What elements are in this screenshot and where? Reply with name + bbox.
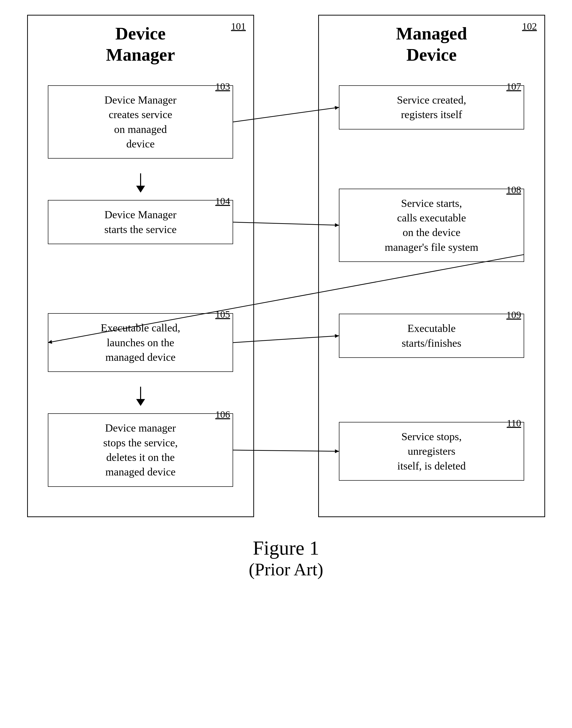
step-110-ref: 110 [507,417,521,430]
step-110: 110 Service stops,unregistersitself, is … [339,422,524,481]
step-108-wrapper: 108 Service starts,calls executableon th… [329,189,534,277]
step-103-ref: 103 [215,80,230,93]
left-column: 101 DeviceManager 103 Device Managercrea… [27,15,254,517]
step-103-wrapper: 103 Device Managercreates serviceon mana… [38,85,243,173]
figure-title: Figure 1 [27,537,545,559]
step-104: 104 Device Managerstarts the service [48,200,233,244]
step-109-ref: 109 [506,308,521,321]
columns-wrapper: 101 DeviceManager 103 Device Managercrea… [27,15,545,517]
step-103: 103 Device Managercreates serviceon mana… [48,85,233,159]
step-107-ref: 107 [506,80,521,93]
left-col-title: DeviceManager [106,23,175,66]
left-steps: 103 Device Managercreates serviceon mana… [38,78,243,502]
right-steps: 107 Service created,registers itself 108… [329,78,534,496]
gap-column [269,15,318,517]
step-105-ref: 105 [215,308,230,321]
step-110-wrapper: 110 Service stops,unregistersitself, is … [329,422,534,496]
step-109: 109 Executablestarts/finishes [339,314,524,358]
step-107: 107 Service created,registers itself [339,85,524,130]
step-109-wrapper: 109 Executablestarts/finishes [329,314,534,373]
right-column: 102 ManagedDevice 107 Service created,re… [318,15,545,517]
arrow-105-106-line [140,387,141,399]
right-col-ref: 102 [522,20,537,32]
step-106: 106 Device managerstops the service,dele… [48,413,233,487]
step-105: 105 Executable called,launches on theman… [48,313,233,372]
step-108-ref: 108 [506,183,521,197]
figure-caption: Figure 1 (Prior Art) [27,537,545,580]
step-105-wrapper: 105 Executable called,launches on theman… [38,313,243,387]
figure-subtitle: (Prior Art) [27,559,545,580]
step-108: 108 Service starts,calls executableon th… [339,189,524,262]
diagram: 101 DeviceManager 103 Device Managercrea… [27,15,545,580]
right-col-title: ManagedDevice [396,23,467,66]
arrow-103-104-line [140,173,141,186]
arrow-105-106-head [136,399,145,406]
step-106-ref: 106 [215,408,230,421]
step-104-wrapper: 104 Device Managerstarts the service [38,200,243,259]
step-107-wrapper: 107 Service created,registers itself [329,85,534,144]
arrow-103-104-head [136,186,145,193]
left-col-ref: 101 [231,20,246,32]
step-106-wrapper: 106 Device managerstops the service,dele… [38,413,243,502]
step-104-ref: 104 [215,195,230,208]
